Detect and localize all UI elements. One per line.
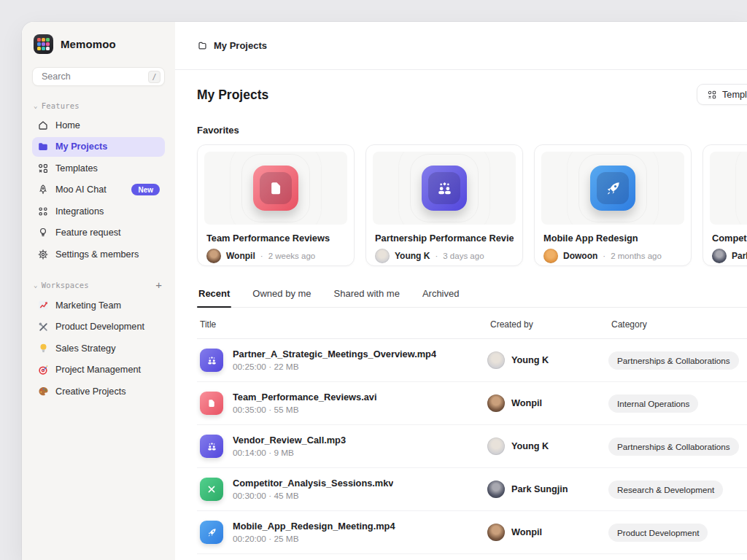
- rocket-outline-icon: [37, 184, 49, 195]
- section-label: Workspaces: [42, 281, 89, 289]
- card-title: Partnership Performance Reviews: [375, 233, 514, 244]
- table-row[interactable]: Competitor_Analysis_Sessions.mkv00:30:00…: [197, 468, 747, 511]
- avatar: [543, 249, 558, 263]
- file-meta: 00:20:00 · 25 MB: [233, 534, 395, 544]
- sidebar-item-label: Sales Strategy: [55, 343, 116, 354]
- templates-button[interactable]: Templates: [697, 84, 747, 105]
- folder-icon: [37, 141, 49, 152]
- category-badge: Internal Operations: [608, 394, 698, 413]
- avatar: [487, 481, 505, 498]
- card-thumbnail: [204, 152, 347, 225]
- target-icon: [37, 364, 49, 376]
- sidebar-item-label: Home: [55, 120, 80, 131]
- creator-name: Young K: [511, 441, 549, 451]
- file-title: Mobile_App_Redesign_Meeting.mp4: [233, 521, 395, 532]
- sidebar-item-marketing-team[interactable]: Marketing Team: [32, 295, 165, 315]
- document-icon: [200, 392, 223, 415]
- sidebar-item-settings-members[interactable]: Settings & members: [32, 244, 165, 264]
- table-row[interactable]: Mobile_App_Redesign_Meeting.mp400:20:00 …: [197, 511, 747, 554]
- tab-archived[interactable]: Archived: [421, 288, 461, 307]
- separator: ·: [603, 252, 605, 260]
- sidebar-item-label: My Projects: [55, 141, 107, 152]
- sidebar-item-label: Moo AI Chat: [55, 184, 107, 195]
- tab-recent[interactable]: Recent: [197, 288, 231, 307]
- sidebar-item-templates[interactable]: Templates: [32, 158, 165, 178]
- category-badge: Product Development: [608, 524, 708, 542]
- sidebar-item-label: Integrations: [55, 206, 104, 217]
- favorites-label: Favorites: [197, 125, 747, 136]
- card-thumbnail: [541, 152, 684, 225]
- avatar: [487, 438, 505, 455]
- creator-name: Wonpil: [511, 398, 542, 408]
- workspaces-section-header[interactable]: ⌄ Workspaces +: [34, 279, 163, 290]
- category-badge: Partnerships & Collaborations: [608, 351, 739, 370]
- column-header-category: Category: [608, 319, 747, 330]
- file-meta: 00:14:00 · 9 MB: [233, 448, 346, 458]
- sidebar-item-label: Feature request: [55, 228, 121, 238]
- table-row[interactable]: Vendor_Review_Call.mp300:14:00 · 9 MB Yo…: [197, 425, 747, 468]
- sidebar-item-project-management[interactable]: Project Management: [32, 360, 165, 380]
- card-title: Competitor: [712, 233, 747, 244]
- creator-name: Park Sungjin: [511, 484, 568, 494]
- main-area: My Projects My Projects Templates Favori…: [175, 22, 747, 560]
- new-badge: New: [131, 184, 160, 195]
- sidebar-item-label: Creative Projects: [55, 386, 126, 397]
- templates-icon: [37, 163, 49, 174]
- tab-bar: Recent Owned by me Shared with me Archiv…: [197, 288, 747, 308]
- category-badge: Research & Development: [608, 481, 723, 499]
- sidebar-item-moo-ai-chat[interactable]: Moo AI Chat New: [32, 180, 165, 200]
- avatar: [375, 249, 390, 263]
- rocket-icon: [590, 166, 635, 211]
- lightbulb-icon: [37, 227, 49, 238]
- column-header-title: Title: [197, 319, 487, 330]
- integrations-icon: [37, 206, 49, 217]
- tools-icon: [200, 478, 223, 501]
- sidebar-item-product-development[interactable]: Product Development: [32, 317, 165, 337]
- rocket-icon: [200, 521, 223, 544]
- templates-icon: [707, 90, 717, 100]
- search-box[interactable]: /: [32, 67, 165, 86]
- breadcrumb[interactable]: My Projects: [214, 40, 267, 51]
- sidebar-item-label: Project Management: [55, 365, 141, 375]
- chevron-down-icon: ⌄: [34, 281, 38, 289]
- app-logo-icon: [34, 34, 53, 54]
- tab-shared-with-me[interactable]: Shared with me: [333, 288, 401, 307]
- templates-button-label: Templates: [722, 90, 747, 100]
- card-thumbnail: [373, 152, 516, 225]
- topbar: My Projects: [175, 22, 747, 70]
- table-row[interactable]: Partner_A_Strategic_Meetings_Overview.mp…: [197, 339, 747, 382]
- favorite-card[interactable]: Partnership Performance Reviews Young K …: [365, 144, 523, 266]
- file-meta: 00:25:00 · 22 MB: [233, 362, 436, 372]
- avatar: [206, 249, 221, 263]
- card-owner: Park S: [732, 251, 747, 261]
- app-window: Memomoo / ⌄ Features Home My Projects Te…: [22, 22, 747, 560]
- card-owner: Wonpil: [226, 251, 255, 261]
- sidebar-item-creative-projects[interactable]: Creative Projects: [32, 381, 165, 401]
- sidebar-item-integrations[interactable]: Integrations: [32, 201, 165, 221]
- document-icon: [253, 166, 298, 211]
- card-time: 3 days ago: [443, 252, 484, 260]
- sidebar-item-home[interactable]: Home: [32, 115, 165, 135]
- home-icon: [37, 120, 49, 131]
- sidebar-item-label: Marketing Team: [55, 300, 121, 311]
- favorite-card[interactable]: Team Performance Reviews Wonpil · 2 week…: [197, 144, 355, 266]
- card-title: Mobile App Redesign: [543, 233, 682, 244]
- app-logo: Memomoo: [32, 33, 165, 55]
- sidebar-item-label: Product Development: [55, 322, 144, 332]
- sidebar-item-sales-strategy[interactable]: Sales Strategy: [32, 338, 165, 358]
- table-row[interactable]: Team_Performance_Reviews.avi00:35:00 · 5…: [197, 382, 747, 425]
- sidebar-item-label: Settings & members: [55, 249, 139, 260]
- features-section-header[interactable]: ⌄ Features: [34, 101, 163, 110]
- sidebar-item-feature-request[interactable]: Feature request: [32, 223, 165, 243]
- favorite-card[interactable]: Mobile App Redesign Dowoon · 2 months ag…: [534, 144, 692, 266]
- project-folder-icon: [197, 40, 208, 51]
- lightbulb-emoji-icon: [37, 343, 49, 354]
- meeting-icon: [200, 435, 223, 458]
- favorite-card[interactable]: Competitor Park S: [703, 144, 747, 266]
- add-workspace-button[interactable]: +: [154, 279, 163, 290]
- creator-name: Young K: [511, 355, 549, 365]
- search-input[interactable]: [40, 71, 148, 82]
- category-badge: Partnerships & Collaborations: [608, 438, 739, 456]
- tab-owned-by-me[interactable]: Owned by me: [251, 288, 312, 307]
- sidebar-item-my-projects[interactable]: My Projects: [32, 137, 165, 157]
